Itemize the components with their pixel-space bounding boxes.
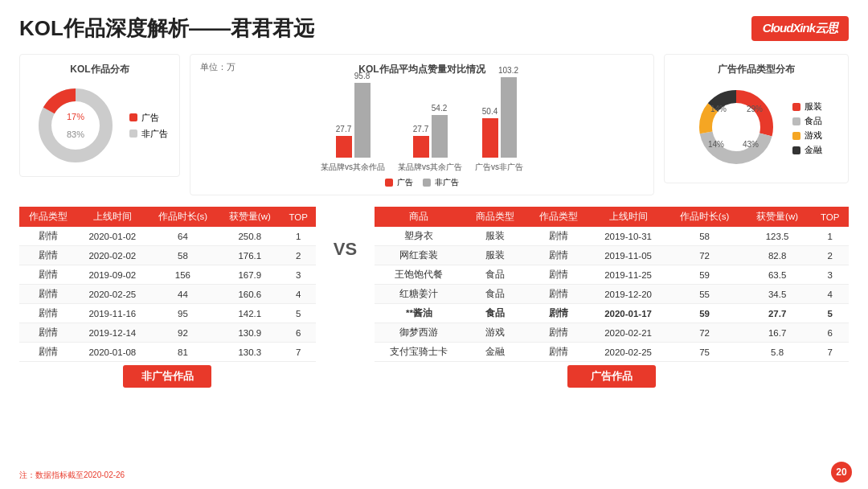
right-table: 商品 商品类型 作品类型 上线时间 作品时长(s) 获赞量(w) TOP 塑身衣… (375, 207, 849, 362)
th-duration-r: 作品时长(s) (665, 207, 743, 227)
kol-avg-likes-chart: KOL作品平均点赞量对比情况 单位：万 27.7 (190, 54, 654, 195)
bar-gray-2: 54.2 (432, 69, 448, 158)
left-cell-3-4: 4 (281, 285, 316, 304)
th-online-date: 上线时间 (591, 207, 665, 227)
bar-orange-2: 27.7 (413, 69, 429, 158)
left-cell-5-0: 剧情 (19, 323, 78, 343)
right-table-row: 网红套装服装剧情2019-11-057282.82 (375, 246, 849, 265)
right-cell-3-2: 剧情 (527, 285, 591, 304)
left-cell-1-2: 58 (147, 246, 219, 265)
finance-dot (792, 146, 800, 154)
logo-text: CloudXink云思 (763, 21, 837, 36)
page-number: 20 (831, 462, 852, 483)
bar-pair-3: 50.4 103.2 (482, 69, 517, 158)
right-cell-3-0: 红糖姜汁 (375, 285, 464, 304)
left-cell-4-4: 5 (281, 304, 316, 323)
clothing-dot (792, 103, 800, 111)
left-cell-3-1: 2020-02-25 (78, 285, 147, 304)
right-cell-3-5: 34.5 (743, 285, 811, 304)
left-table-row: 剧情2020-02-2544160.64 (19, 285, 316, 304)
right-cell-0-1: 服装 (464, 227, 527, 246)
ad-type-legend: 服装 食品 游戏 金融 (792, 101, 822, 156)
right-cell-0-4: 58 (665, 227, 743, 246)
donut-svg: 17% 83% (31, 81, 120, 170)
vs-label: VS (329, 239, 362, 260)
th-product: 商品 (375, 207, 464, 227)
ad-type-chart: 广告作品类型分布 (664, 54, 849, 183)
right-table-row: 御梦西游游戏剧情2020-02-217216.76 (375, 323, 849, 343)
left-cell-6-1: 2020-01-08 (78, 343, 147, 362)
food-dot (792, 117, 800, 125)
left-table: 作品类型 上线时间 作品时长(s) 获赞量(w) TOP 剧情2020-01-0… (19, 207, 316, 362)
bar-gray-label: 非广告 (435, 177, 459, 188)
right-cell-6-0: 支付宝骑士卡 (375, 343, 464, 362)
right-cell-6-1: 金融 (464, 343, 527, 362)
left-table-row: 剧情2020-01-0881130.37 (19, 343, 316, 362)
legend-food: 食品 (792, 116, 822, 127)
non-ad-btn: 非广告作品 (123, 365, 211, 388)
chart-unit: 单位：万 (200, 61, 235, 73)
right-cell-0-5: 123.5 (743, 227, 811, 246)
left-cell-5-4: 6 (281, 323, 316, 343)
clothing-label: 服装 (805, 101, 822, 113)
right-table-section: 商品 商品类型 作品类型 上线时间 作品时长(s) 获赞量(w) TOP 塑身衣… (375, 207, 849, 388)
th-type: 作品类型 (19, 207, 78, 227)
left-cell-2-4: 3 (281, 265, 316, 285)
finance-label: 金融 (805, 145, 822, 156)
left-cell-4-2: 95 (147, 304, 219, 323)
left-cell-6-3: 130.3 (219, 343, 281, 362)
game-label: 游戏 (805, 130, 822, 142)
right-cell-5-1: 游戏 (464, 323, 527, 343)
th-likes: 获赞量(w) (219, 207, 281, 227)
right-cell-6-4: 75 (665, 343, 743, 362)
th-duration: 作品时长(s) (147, 207, 219, 227)
left-cell-5-2: 92 (147, 323, 219, 343)
right-cell-1-1: 服装 (464, 246, 527, 265)
right-cell-6-6: 7 (811, 343, 849, 362)
right-cell-5-3: 2020-02-21 (591, 323, 665, 343)
right-cell-4-4: 59 (665, 304, 743, 323)
left-cell-4-0: 剧情 (19, 304, 78, 323)
left-cell-2-3: 167.9 (219, 265, 281, 285)
kol-distribution-chart: KOL作品分布 17% 83% 广告 (19, 54, 180, 177)
kol-dist-title: KOL作品分布 (30, 63, 170, 76)
th-top: TOP (281, 207, 316, 227)
bar-orange-label: 广告 (397, 177, 413, 188)
left-table-header-row: 作品类型 上线时间 作品时长(s) 获赞量(w) TOP (19, 207, 316, 227)
donut-container: 17% 83% 广告 非广告 (30, 81, 170, 170)
right-cell-2-2: 剧情 (527, 265, 591, 285)
left-cell-4-3: 142.1 (219, 304, 281, 323)
bar-group-3: 50.4 103.2 广告vs非广告 (475, 69, 523, 173)
right-cell-3-1: 食品 (464, 285, 527, 304)
right-cell-4-3: 2020-01-17 (591, 304, 665, 323)
right-cell-0-3: 2019-10-31 (591, 227, 665, 246)
bar-gray-3: 103.2 (501, 69, 517, 158)
right-cell-4-5: 27.7 (743, 304, 811, 323)
bar-group-1: 27.7 95.8 某品牌vs其余作品 (321, 69, 385, 173)
bar-chart-legend: 广告 非广告 (385, 177, 459, 188)
left-cell-1-0: 剧情 (19, 246, 78, 265)
right-cell-1-3: 2019-11-05 (591, 246, 665, 265)
left-table-row: 剧情2019-09-02156167.93 (19, 265, 316, 285)
ad-donut-svg: 29% 43% 14% 14% (690, 81, 783, 174)
right-cell-5-6: 6 (811, 323, 849, 343)
page-title: KOL作品深度解析——君君君远 (19, 14, 314, 43)
donut-legend: 广告 非广告 (129, 112, 168, 140)
left-cell-0-1: 2020-01-02 (78, 227, 147, 246)
bar-label-3: 广告vs非广告 (475, 162, 523, 173)
right-cell-1-6: 2 (811, 246, 849, 265)
left-cell-0-0: 剧情 (19, 227, 78, 246)
right-cell-5-2: 剧情 (527, 323, 591, 343)
page: KOL作品深度解析——君君君远 CloudXink云思 KOL作品分布 17% … (0, 0, 868, 489)
left-cell-6-2: 81 (147, 343, 219, 362)
left-table-row: 剧情2020-01-0264250.81 (19, 227, 316, 246)
svg-text:14%: 14% (708, 140, 724, 149)
left-cell-2-2: 156 (147, 265, 219, 285)
game-dot (792, 132, 800, 140)
legend-clothing: 服装 (792, 101, 822, 113)
left-cell-2-1: 2019-09-02 (78, 265, 147, 285)
right-cell-1-4: 72 (665, 246, 743, 265)
right-cell-1-2: 剧情 (527, 246, 591, 265)
right-cell-0-2: 剧情 (527, 227, 591, 246)
left-cell-5-1: 2019-12-14 (78, 323, 147, 343)
